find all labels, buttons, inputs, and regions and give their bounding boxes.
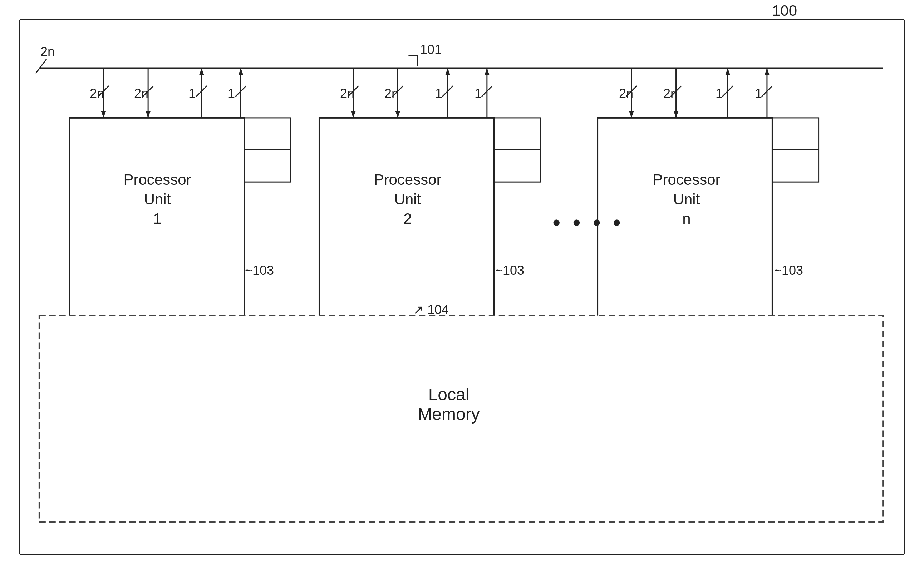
pun-arrow-label-3: 1 bbox=[716, 86, 723, 101]
svg-line-10 bbox=[196, 86, 207, 96]
svg-line-13 bbox=[235, 86, 246, 96]
ellipsis-dots: • • • • bbox=[553, 210, 624, 236]
svg-marker-37 bbox=[674, 111, 679, 118]
svg-rect-31 bbox=[494, 118, 541, 182]
bus-2n-label: 2n bbox=[40, 44, 55, 59]
ref-100: 100 bbox=[772, 2, 797, 19]
svg-rect-46 bbox=[772, 118, 819, 182]
pun-label: Processor Unit n bbox=[599, 170, 774, 229]
svg-marker-22 bbox=[395, 111, 400, 118]
pu1-label: Processor Unit 1 bbox=[70, 170, 245, 229]
ref-101-label: 101 bbox=[420, 42, 442, 57]
outer-frame: 100 bbox=[19, 19, 905, 555]
local-memory-label: Local Memory bbox=[341, 385, 556, 424]
pun-arrow-label-1: 2n bbox=[619, 86, 633, 101]
svg-line-26 bbox=[442, 86, 453, 96]
pu1-arrow-label-3: 1 bbox=[188, 86, 196, 101]
svg-marker-34 bbox=[629, 111, 634, 118]
pu2-arrow-label-3: 1 bbox=[435, 86, 442, 101]
svg-marker-6 bbox=[145, 111, 150, 118]
pu2-arrow-label-1: 2n bbox=[340, 86, 354, 101]
svg-rect-14 bbox=[70, 118, 245, 349]
ref-104-bracket: ↗ 104 bbox=[413, 302, 449, 317]
pu2-label: Processor Unit 2 bbox=[320, 170, 495, 229]
svg-marker-28 bbox=[485, 68, 490, 75]
svg-line-29 bbox=[482, 86, 493, 96]
svg-rect-45 bbox=[597, 118, 772, 349]
svg-marker-9 bbox=[199, 68, 204, 75]
svg-line-1 bbox=[36, 59, 46, 74]
pu2-arrow-label-4: 1 bbox=[474, 86, 482, 101]
ref-103-pu2: ~103 bbox=[495, 263, 524, 278]
ref-103-pun: ~103 bbox=[774, 263, 803, 278]
svg-rect-15 bbox=[244, 118, 291, 182]
pun-arrow-label-4: 1 bbox=[755, 86, 762, 101]
svg-line-41 bbox=[722, 86, 733, 96]
ref-103-pu1: ~103 bbox=[245, 263, 274, 278]
svg-marker-3 bbox=[101, 111, 106, 118]
svg-marker-25 bbox=[445, 68, 450, 75]
pu1-arrow-label-4: 1 bbox=[228, 86, 235, 101]
pu1-arrow-label-2: 2n bbox=[134, 86, 148, 101]
pun-arrow-label-2: 2n bbox=[663, 86, 678, 101]
svg-rect-30 bbox=[319, 118, 494, 349]
diagram-svg bbox=[20, 20, 904, 554]
svg-marker-40 bbox=[725, 68, 730, 75]
pu1-arrow-label-1: 2n bbox=[90, 86, 104, 101]
pu2-arrow-label-2: 2n bbox=[384, 86, 399, 101]
svg-marker-12 bbox=[239, 68, 243, 75]
svg-line-44 bbox=[762, 86, 772, 96]
svg-marker-19 bbox=[351, 111, 356, 118]
svg-marker-43 bbox=[764, 68, 769, 75]
